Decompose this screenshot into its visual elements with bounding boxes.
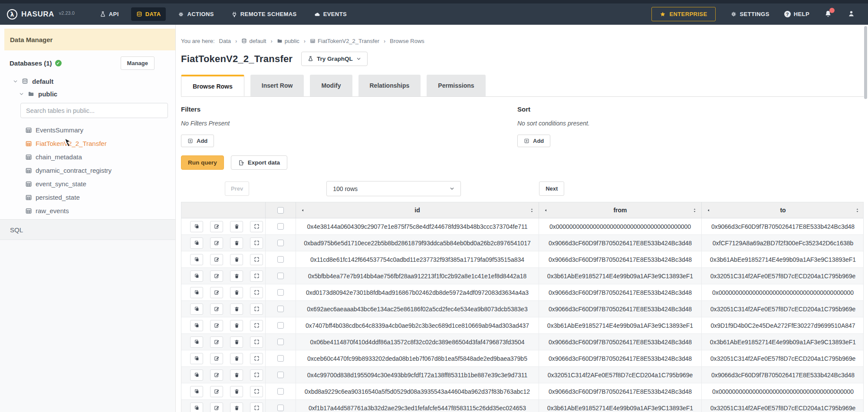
sidebar-table-item[interactable]: EventsSummary: [0, 123, 175, 137]
delete-row-button[interactable]: [230, 369, 243, 381]
prev-page-button[interactable]: Prev: [225, 181, 249, 196]
delete-row-button[interactable]: [230, 287, 243, 298]
edit-row-button[interactable]: [210, 221, 223, 232]
notifications-button[interactable]: [824, 10, 833, 19]
hasura-brand[interactable]: λ HASURA v2.23.0: [7, 9, 75, 20]
clone-row-button[interactable]: [190, 353, 203, 364]
row-checkbox[interactable]: [277, 355, 284, 362]
edit-row-button[interactable]: [210, 303, 223, 315]
row-checkbox[interactable]: [277, 372, 284, 378]
export-data-button[interactable]: Export data: [231, 155, 287, 170]
clone-row-button[interactable]: [190, 386, 203, 397]
row-checkbox[interactable]: [277, 273, 284, 279]
edit-row-button[interactable]: [210, 369, 223, 381]
sort-icon[interactable]: [529, 208, 534, 213]
tab-modify[interactable]: Modify: [310, 75, 352, 96]
edit-row-button[interactable]: [210, 353, 223, 364]
edit-row-button[interactable]: [210, 270, 223, 282]
select-all-checkbox[interactable]: [277, 207, 284, 214]
clone-row-button[interactable]: [190, 303, 203, 315]
nav-item-api[interactable]: API: [95, 7, 124, 21]
delete-row-button[interactable]: [230, 254, 243, 265]
breadcrumb-schema[interactable]: public: [277, 38, 299, 44]
clone-row-button[interactable]: [190, 336, 203, 348]
edit-row-button[interactable]: [210, 336, 223, 348]
row-checkbox[interactable]: [277, 388, 284, 395]
expand-row-button[interactable]: [250, 369, 263, 381]
nav-item-actions[interactable]: ACTIONS: [173, 7, 219, 21]
edit-row-button[interactable]: [210, 237, 223, 249]
expand-row-button[interactable]: [250, 402, 263, 412]
sidebar-table-item[interactable]: persisted_state: [0, 191, 175, 204]
expand-row-button[interactable]: [250, 353, 263, 364]
expand-row-button[interactable]: [250, 254, 263, 265]
tree-item-schema[interactable]: public: [19, 90, 175, 98]
clone-row-button[interactable]: [190, 237, 203, 249]
chevron-down-icon[interactable]: [19, 92, 24, 96]
sidebar-table-item[interactable]: event_sync_state: [0, 177, 175, 191]
nav-item-data[interactable]: DATA: [131, 7, 166, 21]
try-graphql-button[interactable]: Try GraphQL: [301, 52, 368, 66]
delete-row-button[interactable]: [230, 270, 243, 282]
row-checkbox[interactable]: [277, 289, 284, 296]
delete-row-button[interactable]: [230, 402, 243, 412]
nav-item-events[interactable]: EVENTS: [309, 7, 352, 21]
enterprise-button[interactable]: ENTERPRISE: [651, 7, 715, 21]
clone-row-button[interactable]: [190, 254, 203, 265]
breadcrumb-database[interactable]: default: [241, 38, 266, 44]
expand-row-button[interactable]: [250, 386, 263, 397]
expand-row-button[interactable]: [250, 270, 263, 282]
collapse-column-icon[interactable]: [706, 208, 711, 213]
collapse-column-icon[interactable]: [300, 208, 305, 213]
clone-row-button[interactable]: [190, 369, 203, 381]
run-query-button[interactable]: Run query: [181, 155, 224, 170]
nav-item-remote-schemas[interactable]: REMOTE SCHEMAS: [226, 7, 302, 21]
clone-row-button[interactable]: [190, 270, 203, 282]
delete-row-button[interactable]: [230, 320, 243, 331]
clone-row-button[interactable]: [190, 287, 203, 298]
sidebar-item-sql[interactable]: SQL: [0, 219, 175, 240]
edit-row-button[interactable]: [210, 320, 223, 331]
delete-row-button[interactable]: [230, 336, 243, 348]
delete-row-button[interactable]: [230, 303, 243, 315]
column-header-id[interactable]: id: [296, 202, 539, 218]
edit-row-button[interactable]: [210, 386, 223, 397]
expand-row-button[interactable]: [250, 303, 263, 315]
row-checkbox[interactable]: [277, 339, 284, 345]
sidebar-table-item[interactable]: FiatTokenV2_2_Transfer: [0, 137, 175, 150]
clone-row-button[interactable]: [190, 320, 203, 331]
tab-browse-rows[interactable]: Browse Rows: [181, 75, 244, 96]
clone-row-button[interactable]: [190, 221, 203, 232]
column-header-from[interactable]: from: [539, 202, 701, 218]
expand-row-button[interactable]: [250, 336, 263, 348]
add-filter-button[interactable]: Add: [181, 135, 214, 147]
scrollbar-thumb[interactable]: [864, 26, 867, 99]
row-checkbox[interactable]: [277, 240, 284, 246]
row-checkbox[interactable]: [277, 405, 284, 411]
help-button[interactable]: ? HELP: [784, 11, 809, 17]
tab-relationships[interactable]: Relationships: [358, 75, 421, 96]
sort-icon[interactable]: [692, 208, 697, 213]
next-page-button[interactable]: Next: [539, 181, 564, 196]
row-checkbox[interactable]: [277, 322, 284, 329]
add-sort-button[interactable]: Add: [517, 135, 550, 147]
expand-row-button[interactable]: [250, 320, 263, 331]
breadcrumb-data[interactable]: Data: [219, 38, 231, 44]
table-search-input[interactable]: [20, 103, 168, 118]
collapse-column-icon[interactable]: [543, 208, 548, 213]
delete-row-button[interactable]: [230, 221, 243, 232]
sidebar-table-item[interactable]: raw_events: [0, 204, 175, 218]
tree-item-database[interactable]: default: [13, 78, 175, 85]
column-header-to[interactable]: to: [701, 202, 864, 218]
expand-row-button[interactable]: [250, 221, 263, 232]
sidebar-table-item[interactable]: dynamic_contract_registry: [0, 164, 175, 177]
tab-insert-row[interactable]: Insert Row: [250, 75, 304, 96]
manage-button[interactable]: Manage: [121, 56, 155, 70]
sort-icon[interactable]: [855, 208, 860, 213]
delete-row-button[interactable]: [230, 386, 243, 397]
delete-row-button[interactable]: [230, 237, 243, 249]
edit-row-button[interactable]: [210, 402, 223, 412]
sidebar-table-item[interactable]: chain_metadata: [0, 150, 175, 164]
breadcrumb-browse-rows[interactable]: Browse Rows: [390, 38, 424, 44]
row-checkbox[interactable]: [277, 256, 284, 263]
